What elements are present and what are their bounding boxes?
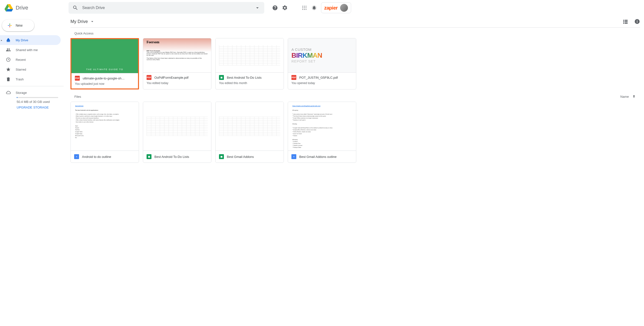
card-subtitle: You edited this month: [219, 81, 280, 85]
thumbnail: A CUSTOM BIRKMAN REPORT SET: [288, 38, 356, 73]
sidebar-item-shared[interactable]: Shared with me: [0, 45, 61, 55]
storage-label: Storage: [16, 91, 27, 95]
sidebar-item-label: Shared with me: [16, 48, 38, 52]
card-title: OoPdfFormExample.pdf: [154, 76, 208, 79]
sheets-icon: ▦: [219, 154, 224, 159]
brand-text: zapier: [324, 5, 338, 11]
card-subtitle: You uploaded just now: [75, 82, 134, 86]
quick-access-grid: THE ULTIMATE GUIDE TO PDF ultimate-guide…: [70, 38, 640, 89]
chevron-down-icon: [90, 19, 95, 24]
sheets-icon: ▦: [146, 154, 152, 159]
list-view-icon[interactable]: [622, 18, 628, 24]
upgrade-storage-link[interactable]: UPGRADE STORAGE: [17, 106, 61, 109]
chevron-right-icon: ▸: [1, 39, 2, 41]
storage-section: Storage 50.4 MB of 30 GB used UPGRADE ST…: [0, 88, 64, 111]
sidebar-item-storage[interactable]: Storage: [6, 90, 61, 95]
sidebar-item-label: Starred: [16, 68, 26, 71]
notifications-icon[interactable]: [311, 5, 317, 11]
cloud-icon: [6, 90, 11, 95]
sidebar-item-trash[interactable]: Trash: [0, 74, 61, 84]
sidebar-item-recent[interactable]: Recent: [0, 55, 61, 64]
quick-access-title: Quick Access: [70, 28, 640, 38]
new-button[interactable]: New: [2, 19, 34, 31]
svg-point-4: [304, 7, 305, 8]
quick-access-card[interactable]: THE ULTIMATE GUIDE TO PDF ultimate-guide…: [70, 38, 139, 89]
sidebar-item-my-drive[interactable]: ▸ My Drive: [0, 35, 61, 45]
docs-icon: ≡: [74, 154, 79, 159]
sheets-icon: ▦: [219, 75, 224, 80]
breadcrumb-row: My Drive: [70, 16, 640, 27]
card-title: POT_JUSTIN_G5F9LC.pdf: [299, 76, 352, 79]
docs-icon: ≡: [292, 154, 296, 159]
apps-icon[interactable]: [302, 5, 307, 11]
sidebar-item-label: My Drive: [16, 38, 28, 42]
thumbnail: THE ULTIMATE GUIDE TO: [72, 39, 138, 73]
file-card[interactable]: Spreadsheet The best Android to do list …: [70, 102, 139, 163]
thumb-text: THE ULTIMATE GUIDE TO: [72, 68, 138, 71]
svg-point-8: [306, 9, 306, 10]
thumbnail: Foersom PDF Form Example This is an exam…: [143, 38, 211, 73]
file-card[interactable]: ▦ Best Android To-Do Lists: [143, 102, 212, 163]
thumbnail: Spreadsheet The best Android to do list …: [71, 102, 139, 151]
quick-access-card[interactable]: A CUSTOM BIRKMAN REPORT SET PDF POT_JUST…: [288, 38, 356, 89]
card-title: Best Android To-Do Lists: [154, 155, 208, 159]
avatar[interactable]: [340, 4, 348, 12]
files-title: Files: [74, 95, 81, 99]
plus-icon: [7, 22, 13, 28]
settings-icon[interactable]: [282, 5, 288, 11]
sidebar: New ▸ My Drive Shared with me Recent Sta…: [0, 16, 64, 326]
card-subtitle: You edited today: [146, 81, 208, 85]
quick-access-card[interactable]: Foersom PDF Form Example This is an exam…: [143, 38, 212, 89]
card-title: Best Android To-Do Lists: [227, 76, 280, 79]
info-icon[interactable]: [634, 18, 640, 24]
search-icon: [72, 5, 78, 11]
breadcrumb-path: My Drive: [70, 19, 88, 24]
breadcrumb[interactable]: My Drive: [70, 19, 95, 24]
thumbnail: [216, 38, 284, 73]
trash-icon: [6, 77, 11, 82]
dropdown-icon[interactable]: [254, 5, 260, 11]
sidebar-item-starred[interactable]: Starred: [0, 64, 61, 74]
thumbnail: [216, 102, 284, 151]
pdf-icon: PDF: [292, 75, 296, 80]
card-title: Best Gmail Addons outline: [299, 155, 352, 159]
clock-icon: [6, 57, 11, 62]
card-title: Best Gmail Addons: [227, 155, 280, 159]
file-card[interactable]: https://zapier.com/blog/best-gmail-add-o…: [288, 102, 356, 163]
search-bar[interactable]: [68, 2, 264, 14]
thumbnail: [143, 102, 211, 151]
quick-access-card[interactable]: ▦ Best Android To-Do Lists You edited th…: [215, 38, 284, 89]
svg-point-2: [306, 6, 306, 6]
help-icon[interactable]: [272, 5, 278, 11]
svg-point-1: [304, 6, 305, 6]
sort-column[interactable]: Name: [620, 94, 636, 99]
card-title: ultimate-guide-to-google-sh…: [83, 76, 134, 80]
header-actions: zapier: [272, 2, 351, 13]
storage-bar: [17, 97, 58, 98]
pdf-icon: PDF: [146, 75, 152, 80]
files-grid: Spreadsheet The best Android to do list …: [70, 102, 640, 163]
brand-chip[interactable]: zapier: [321, 2, 351, 13]
svg-rect-12: [637, 21, 638, 23]
svg-point-13: [637, 20, 638, 20]
sidebar-item-label: Recent: [16, 58, 26, 62]
svg-point-5: [306, 7, 306, 8]
card-subtitle: You opened today: [292, 81, 352, 85]
file-card[interactable]: ▦ Best Gmail Addons: [215, 102, 284, 163]
app-name: Drive: [16, 5, 28, 11]
files-header: Files Name: [70, 89, 640, 102]
drive-icon: [6, 38, 11, 42]
sidebar-item-label: Trash: [16, 77, 24, 81]
thumbnail: https://zapier.com/blog/best-gmail-add-o…: [288, 102, 356, 151]
star-icon: [6, 67, 11, 72]
search-input[interactable]: [82, 6, 250, 10]
logo-area[interactable]: Drive: [4, 3, 66, 13]
svg-point-7: [304, 9, 305, 10]
storage-text: 50.4 MB of 30 GB used: [17, 100, 61, 104]
drive-logo-icon: [4, 3, 14, 13]
sort-label: Name: [620, 95, 629, 99]
main-content: My Drive Quick Access THE ULTIMATE GUIDE…: [64, 16, 644, 326]
new-button-label: New: [16, 23, 22, 27]
divider: [0, 86, 64, 86]
svg-point-6: [302, 9, 303, 10]
